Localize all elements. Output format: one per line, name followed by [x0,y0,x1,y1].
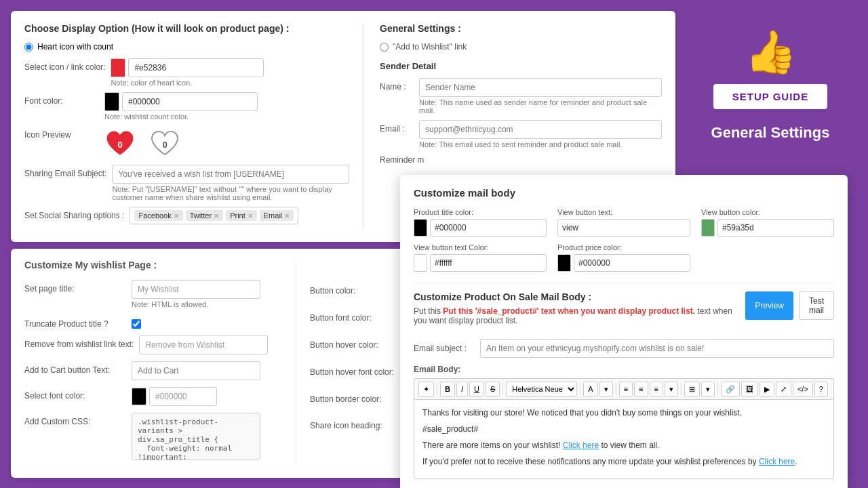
view-btn-text-swatch[interactable] [414,254,427,272]
editor-line-2: #sale_product# [422,423,825,435]
add-to-cart-input[interactable] [132,361,260,380]
tag-twitter[interactable]: Twitter✕ [186,210,223,221]
product-price-color-label: Product price color: [557,243,690,251]
view-btn-text-color-label: View button text Color: [414,243,547,251]
heart-icon-radio[interactable] [24,43,33,52]
button-hover-font-color-label: Button hover font color: [310,367,412,377]
toolbar-table-btn[interactable]: ⊞ [684,382,700,396]
tag-print[interactable]: Print✕ [226,210,257,221]
product-title-color-group: Product title color: [414,208,547,237]
view-button-text-input[interactable] [557,219,690,237]
page-title-note: Note: HTML is allowed. [132,300,260,308]
general-settings-title: General Settings : [380,23,662,34]
select-icon-label: Select icon / link color: [24,58,105,72]
editor-line-1: Thanks for visiting our store! We notice… [422,407,825,419]
email-subject-input[interactable] [480,339,834,358]
toolbar-align-btn[interactable]: ≡ [650,382,663,396]
sharing-email-input[interactable] [112,165,349,184]
preview-button[interactable]: Preview [745,291,793,320]
toolbar-ol-btn[interactable]: ≡ [634,382,648,396]
social-tags-container: Facebook✕ Twitter✕ Print✕ Email✕ [130,207,298,224]
heart-filled-icon: 0 [104,129,136,159]
font-color-block[interactable] [132,388,146,405]
font-color-label: Font color: [24,92,99,106]
product-title-swatch[interactable] [414,219,427,237]
remove-input[interactable] [139,336,268,354]
toolbar-code-btn[interactable]: </> [793,382,813,396]
add-to-wishlist-label: "Add to Wishlist" link [393,42,467,52]
share-icon-heading-label: Share icon heading: [310,421,412,430]
sender-detail-title: Sender Detail [380,61,662,71]
view-button-color-input[interactable] [717,219,834,237]
page-title-label: Set page title: [24,280,126,293]
toolbar-underline-btn[interactable]: U [469,382,484,396]
product-price-swatch[interactable] [557,254,571,272]
toolbar-image-btn[interactable]: 🖼 [741,382,758,396]
font-color-swatch[interactable] [104,92,119,111]
product-title-color-label: Product title color: [414,208,547,216]
toolbar-ul-btn[interactable]: ≡ [619,382,633,396]
email-subject-label: Email subject : [414,344,475,353]
toolbar-strike-btn[interactable]: S [486,382,500,396]
test-mail-button[interactable]: Test mail [799,291,834,320]
toolbar-align-arrow-btn[interactable]: ▾ [665,382,678,396]
toolbar-video-btn[interactable]: ▶ [760,382,774,396]
tag-facebook-remove[interactable]: ✕ [174,212,179,220]
add-to-wishlist-radio[interactable] [380,43,389,52]
customize-mail-body-overlay: Customize mail body Product title color:… [400,175,848,488]
button-color-label: Button color: [310,286,412,296]
view-button-swatch[interactable] [701,219,715,237]
sale-section-title: Customize Product On Sale Mail Body : [414,291,745,302]
font-color-value[interactable] [149,387,217,406]
tag-email[interactable]: Email✕ [260,210,294,221]
tag-print-remove[interactable]: ✕ [248,212,253,220]
product-price-input[interactable] [574,254,690,272]
button-font-color-label: Button font color: [310,313,412,323]
setup-guide-button[interactable]: SETUP GUIDE [713,84,827,109]
toolbar-font-color-arrow-btn[interactable]: ▾ [599,382,613,396]
page-title-input[interactable] [132,280,260,299]
display-option-title: Choose Display Option (How it will look … [24,23,349,34]
view-btn-text-color-group: View button text Color: [414,243,547,272]
icon-color-input[interactable] [128,58,264,77]
email-body-editor[interactable]: Thanks for visiting our store! We notice… [414,399,834,479]
toolbar-magic-btn[interactable]: ✦ [418,382,434,396]
truncate-label: Truncate Product title ? [24,315,126,329]
tag-email-remove[interactable]: ✕ [284,212,290,220]
sender-email-note: Note: This email used to sent reminder a… [419,140,662,148]
heart-outline-count: 0 [162,139,167,149]
tag-facebook[interactable]: Facebook✕ [134,210,182,221]
click-here-link-1[interactable]: Click here [563,441,599,450]
product-title-color-input[interactable] [430,219,547,237]
custom-css-textarea[interactable]: .wishlist-product-variants > div.sa_pro_… [132,413,260,460]
sender-email-input[interactable] [419,120,662,139]
click-here-link-2[interactable]: Click here [759,457,795,466]
tag-twitter-remove[interactable]: ✕ [214,212,219,220]
setup-thumb-icon: 👍 [745,31,797,73]
sender-name-input[interactable] [419,78,662,97]
remove-label: Remove from wishlist link text: [24,336,134,349]
sender-email-label: Email : [380,120,414,134]
view-btn-text-input[interactable] [430,254,547,272]
font-family-select[interactable]: Helvetica Neue [506,382,577,396]
editor-toolbar: ✦ B I U S Helvetica Neue A ▾ ≡ ≡ ≡ ▾ ⊞ ▾… [414,378,834,399]
toolbar-bold-btn[interactable]: B [440,382,455,396]
customize-wishlist-title: Customize My wishlist Page : [24,260,296,270]
font-color-input[interactable] [122,92,258,111]
toolbar-help-btn[interactable]: ? [814,382,828,396]
button-hover-color-label: Button hover color: [310,340,412,350]
icon-color-swatch[interactable] [111,58,125,77]
icon-preview-area: 0 0 [104,129,180,159]
truncate-checkbox[interactable] [132,319,141,329]
toolbar-table-arrow-btn[interactable]: ▾ [701,382,715,396]
toolbar-fullscreen-btn[interactable]: ⤢ [776,382,791,396]
toolbar-link-btn[interactable]: 🔗 [721,382,740,396]
view-button-color-label: View button color: [701,208,834,216]
toolbar-font-color-btn[interactable]: A [583,382,597,396]
sale-desc: Put this Put this '#sale_product#' text … [414,306,745,325]
sale-buttons: Preview Test mail [745,291,834,320]
sharing-note: Note: Put "[USERNAME]" text without "" w… [112,185,349,201]
icon-color-note: Note: color of heart icon. [111,79,349,87]
font-color-note: Note: wishlist count color. [104,113,349,121]
toolbar-italic-btn[interactable]: I [456,382,468,396]
